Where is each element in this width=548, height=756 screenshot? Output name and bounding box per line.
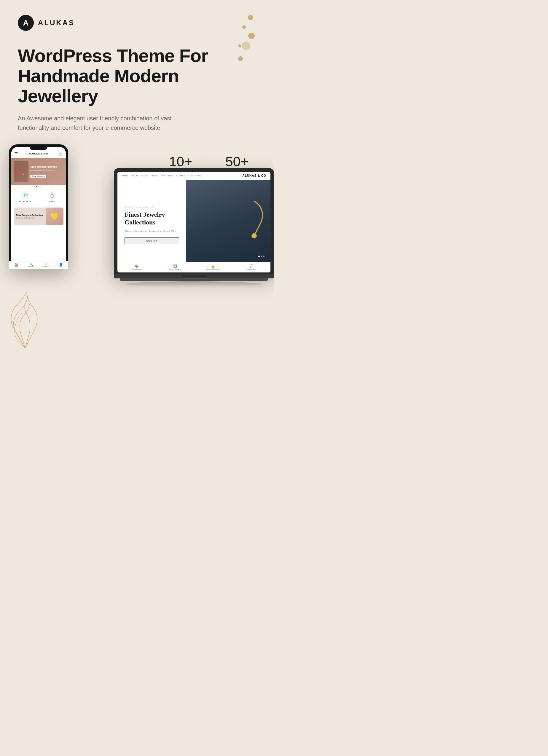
- phone-cart-icon: 🛒: [58, 152, 63, 156]
- laptop-dot-2: [261, 256, 262, 257]
- phone-nav-search[interactable]: 🔍 SEARCH: [24, 263, 39, 267]
- phone-categories: 💎 NECKLACES 💍 RINGS: [11, 189, 66, 205]
- laptop-nav-pages: PAGES: [141, 175, 149, 177]
- phone-slider-dots: [11, 185, 66, 189]
- laptop-nav-home: HOME: [122, 175, 128, 177]
- support-icon: 💬: [232, 264, 270, 268]
- laptop-hero-person: [186, 180, 270, 270]
- hero-section: WordPress Theme For Handmade Modern Jewe…: [0, 37, 274, 144]
- laptop-nav-brand: ALUKAS & CO: [243, 174, 266, 177]
- laptop-dot-3: [263, 256, 265, 257]
- phone-screen: ☰ ALUKAS & CO 🛒 📿 Arcs Bracelet bronze B…: [11, 147, 66, 267]
- dot-2: [38, 186, 39, 187]
- phone-bottom-nav: 🏠 HOME 🔍 SEARCH ♡ WISHLIST 👤 ACCOU...: [11, 261, 66, 267]
- laptop-hero: SPECIAL ESSENTIAL Finest Jewelry Collect…: [117, 180, 270, 270]
- laptop-navigation: HOME SHOP PAGES BLOG FEATURES ELEMENTS B…: [117, 172, 270, 180]
- shipping-icon: 📦: [117, 264, 156, 268]
- dot-3: [40, 186, 41, 187]
- account-icon: 👤: [53, 263, 66, 266]
- returns-icon: ↩️: [156, 264, 194, 268]
- laptop-hero-content: SPECIAL ESSENTIAL Finest Jewelry Collect…: [117, 180, 186, 270]
- phone-mockup: ☰ ALUKAS & CO 🛒 📿 Arcs Bracelet bronze B…: [9, 144, 68, 269]
- bangles-icon: 💛: [50, 212, 59, 221]
- laptop-bottom-payment: 🔒 Secured Payment: [194, 264, 232, 270]
- phone-nav-account[interactable]: 👤 ACCOU...: [53, 263, 66, 267]
- account-label: ACCOU...: [53, 266, 66, 267]
- laptop-base: [114, 274, 274, 278]
- laptop-screen: HOME SHOP PAGES BLOG FEATURES ELEMENTS B…: [117, 172, 270, 272]
- ring-icon: 💍: [47, 191, 56, 200]
- ring-label: RINGS: [40, 201, 63, 202]
- laptop-hero-label: SPECIAL ESSENTIAL: [125, 206, 179, 208]
- laptop-nav-features: FEATURES: [161, 175, 173, 177]
- phone-nav-home[interactable]: 🏠 HOME: [11, 263, 24, 267]
- necklace-label: NECKLACES: [14, 201, 37, 202]
- laptop-hinge: [182, 275, 206, 277]
- payment-icon: 🔒: [194, 264, 232, 268]
- phone-hero-text: Arcs Bracelet bronze Bracelet made of br…: [30, 165, 63, 178]
- laptop-shop-now-button[interactable]: Shop Now: [125, 237, 179, 244]
- laptop-foot: [120, 278, 268, 281]
- dot-1: [36, 186, 37, 187]
- laptop-dot-1: [258, 256, 260, 257]
- phone-promo-image: 💛: [46, 208, 63, 225]
- payment-label: Secured Payment: [206, 268, 220, 270]
- phone-notch: [30, 147, 47, 150]
- home-label: HOME: [11, 266, 24, 267]
- laptop-bottom-returns: ↩️ 30 Day Returns: [156, 264, 194, 270]
- laptop-slider-dots: [258, 256, 265, 257]
- laptop-nav-shop: SHOP: [131, 175, 138, 177]
- phone-hero-title: Arcs Bracelet bronze: [30, 165, 63, 168]
- phone-promo-desc: Catch the highlight in th...: [16, 217, 43, 219]
- laptop-nav-elements: ELEMENTS: [176, 175, 188, 177]
- necklace-icon: 💎: [21, 191, 30, 200]
- laptop-hero-title: Finest Jewelry Collections: [125, 211, 179, 227]
- logo-letter: A: [23, 18, 29, 28]
- devices-section: ☰ ALUKAS & CO 🛒 📿 Arcs Bracelet bronze B…: [0, 144, 274, 322]
- logo-icon: A: [18, 15, 34, 31]
- phone-promo-text: New Bangles Collection Catch the highlig…: [14, 211, 46, 221]
- header: A ALUKAS: [0, 0, 274, 37]
- laptop-hero-image: [186, 180, 270, 270]
- returns-label: 30 Day Returns: [169, 268, 181, 270]
- wishlist-label: WISHLIST: [39, 266, 53, 267]
- phone-menu-icon: ☰: [14, 151, 18, 156]
- logo[interactable]: A ALUKAS: [18, 15, 75, 31]
- phone-hero-banner: 📿 Arcs Bracelet bronze Bracelet made of …: [11, 158, 66, 185]
- phone-nav-wishlist[interactable]: ♡ WISHLIST: [39, 263, 53, 267]
- laptop-bottom-shipping: 📦 Free Shipping: [117, 264, 156, 270]
- phone-header: ☰ ALUKAS & CO 🛒: [11, 150, 66, 158]
- laptop-mockup: HOME SHOP PAGES BLOG FEATURES ELEMENTS B…: [114, 168, 274, 287]
- laptop-frame: HOME SHOP PAGES BLOG FEATURES ELEMENTS B…: [114, 168, 274, 274]
- laptop-hero-desc: Discover the collection Designed for Spr…: [125, 229, 179, 233]
- svg-point-1: [252, 234, 256, 238]
- laptop-bottom-bar: 📦 Free Shipping ↩️ 30 Day Returns 🔒 Secu…: [117, 262, 270, 272]
- phone-hero-btn[interactable]: Shop Collection: [30, 175, 46, 178]
- shipping-label: Free Shipping: [131, 268, 142, 270]
- phone-cat-necklaces[interactable]: 💎 NECKLACES: [14, 191, 37, 202]
- phone-cat-rings[interactable]: 💍 RINGS: [40, 191, 63, 202]
- support-label: Support 24/7: [246, 268, 256, 270]
- phone-brand: ALUKAS & CO: [28, 152, 48, 155]
- phone-promo-title: New Bangles Collection: [16, 214, 43, 217]
- home-icon: 🏠: [11, 263, 24, 266]
- phone-promo-banner: New Bangles Collection Catch the highlig…: [14, 208, 63, 225]
- laptop-shadow: [126, 281, 262, 287]
- search-nav-icon: 🔍: [24, 263, 39, 266]
- laptop-bottom-support: 💬 Support 24/7: [232, 264, 270, 270]
- bracelet-icon: 📿: [17, 168, 25, 175]
- hero-title: WordPress Theme For Handmade Modern Jewe…: [18, 46, 225, 106]
- logo-text: ALUKAS: [38, 19, 75, 27]
- laptop-nav-blog: BLOG: [152, 175, 158, 177]
- search-label: SEARCH: [24, 266, 39, 267]
- phone-hero-desc: Bracelet made of bright bronze: [30, 169, 63, 171]
- wishlist-icon: ♡: [39, 263, 53, 266]
- laptop-nav-buynow: BUY NOW: [191, 175, 202, 177]
- hero-subtitle: An Awesome and elegant user friendly com…: [18, 114, 190, 133]
